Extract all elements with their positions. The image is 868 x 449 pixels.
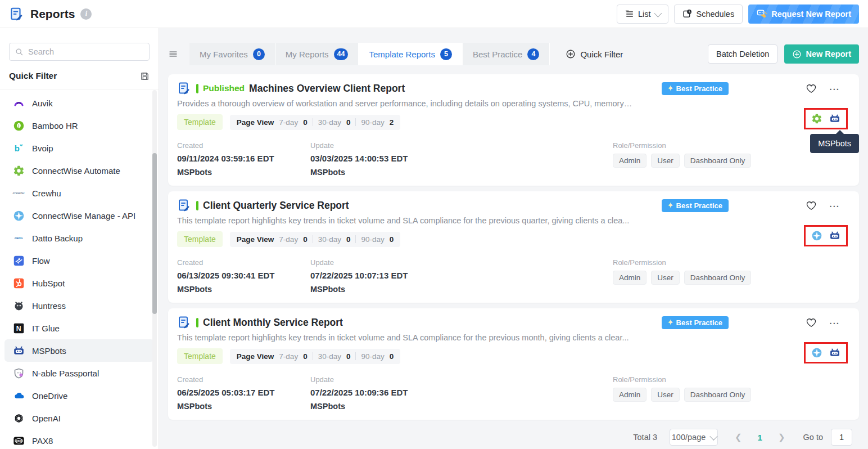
sidebar-item-datto-backup[interactable]: dattoDatto Backup [4,227,154,249]
sidebar-item-onedrive[interactable]: OneDrive [4,384,154,407]
page-view-period: 7-day [279,235,298,244]
tab-my-favorites[interactable]: My Favorites0 [189,43,275,65]
status-bar [196,318,198,327]
status-bar [196,84,198,93]
mspbots-icon[interactable] [829,230,840,241]
favorite-heart-button[interactable] [806,83,817,94]
info-icon[interactable]: i [80,8,92,20]
tab-label: Best Practice [473,50,522,59]
report-card: PublishedMachines Overview Client Report… [168,74,859,186]
quick-filter-add[interactable]: Quick Filter [566,49,623,59]
page-view-period: 90-day [361,352,384,361]
sidebar-scrollbar[interactable] [152,90,157,447]
tab-count-badge: 5 [440,48,452,60]
hamburger-icon[interactable] [168,49,178,59]
sidebar-item-label: OneDrive [32,391,67,401]
sidebar-item-n-able-passportal[interactable]: N-able Passportal [4,362,154,384]
tab-my-reports[interactable]: My Reports44 [275,43,359,65]
plus-circle-icon [566,49,576,59]
sidebar-item-label: N-able Passportal [32,369,99,378]
tab-best-practice[interactable]: Best Practice4 [463,43,550,65]
sidebar-item-hubspot[interactable]: HubSpot [4,272,154,294]
divider [355,352,356,360]
template-tag: Template [177,348,223,364]
mspbots-icon[interactable] [829,113,840,124]
role-permission-label: Role/Permission [613,258,848,267]
created-label: Created [177,375,310,384]
more-actions-button[interactable]: ... [829,82,840,95]
request-report-icon [756,9,767,19]
schedules-button[interactable]: Schedules [674,5,743,24]
page-size-select[interactable]: 100/page [670,429,718,446]
more-actions-button[interactable]: ... [829,316,840,329]
search-input[interactable] [28,47,143,56]
report-description: Provides a thorough overview of workstat… [177,99,848,108]
current-page[interactable]: 1 [754,433,766,442]
bamboo-hr-icon [13,120,25,132]
connectwise-manage-icon[interactable] [811,347,822,358]
favorite-heart-button[interactable] [806,317,817,328]
best-practice-badge: ✦Best Practice [662,199,729,212]
sidebar-item-it-glue[interactable]: NIT Glue [4,317,154,339]
favorite-heart-button[interactable] [806,200,817,211]
report-title[interactable]: Client Monthly Service Report [203,317,343,329]
page-view-period: 90-day [361,235,384,244]
save-filter-icon[interactable] [140,71,150,81]
connectwise-automate-icon[interactable] [811,113,822,124]
sidebar-item-pax8[interactable]: pax8PAX8 [4,429,154,449]
sidebar-item-label: MSPbots [32,346,66,356]
update-label: Update [310,141,613,150]
divider [313,118,313,126]
tab-template-reports[interactable]: Template Reports5 [359,43,463,65]
template-tag: Template [177,114,223,130]
list-view-dropdown[interactable]: List [617,5,669,24]
sidebar-item-openai[interactable]: OpenAI [4,407,154,429]
crewhu-icon: crewhu [12,191,24,195]
quick-filter-heading: Quick Filter [9,71,57,81]
new-report-button[interactable]: New Report [784,44,859,64]
sidebar-item-label: OpenAI [32,414,61,423]
sidebar-item-label: IT Glue [32,324,60,333]
sidebar-item-flow[interactable]: Flow [4,249,154,272]
integration-tooltip: MSPbots [810,134,859,153]
divider [355,118,356,126]
sidebar-item-label: Flow [32,256,50,266]
sidebar-item-label: Bamboo HR [32,121,78,131]
pagination-total: Total 3 [633,433,657,442]
list-icon [625,10,634,19]
request-new-report-button[interactable]: Request New Report [748,5,859,24]
sidebar-item-auvik[interactable]: Auvik [4,92,154,114]
report-card: Client Quarterly Service Report✦Best Pra… [168,191,859,303]
next-page-button[interactable]: ❯︎ [774,432,790,442]
pax8-icon: pax8 [12,434,25,447]
openai-icon [13,412,25,424]
chevron-down-icon [654,9,662,17]
divider [313,235,313,243]
sidebar-scrollbar-thumb[interactable] [152,153,157,314]
sidebar-item-crewhu[interactable]: crewhuCrewhu [4,182,154,204]
sidebar-item-bamboo-hr[interactable]: Bamboo HR [4,114,154,137]
more-actions-button[interactable]: ... [829,199,840,212]
tab-bar: My Favorites0My Reports44Template Report… [168,43,859,65]
report-title[interactable]: Client Quarterly Service Report [203,200,349,212]
schedules-label: Schedules [696,10,734,19]
sidebar-item-mspbots[interactable]: MSPbots [4,339,154,362]
sidebar-item-connectwise-automate[interactable]: ConnectWise Automate [4,159,154,182]
reports-app-icon [9,7,24,21]
sidebar-item-label: Bvoip [32,143,53,153]
sidebar-item-huntress[interactable]: Huntress [4,294,154,317]
connectwise-manage-icon[interactable] [811,230,822,241]
heart-icon [806,317,817,328]
search-box[interactable] [9,43,150,61]
batch-deletion-button[interactable]: Batch Deletion [708,44,777,64]
sidebar-item-bvoip[interactable]: b Bvoip [4,137,154,159]
report-title[interactable]: Machines Overview Client Report [249,83,405,95]
role-pill-dashboard-only: Dashboard Only [684,154,752,168]
sidebar-item-connectwise-manage-api[interactable]: ConnectWise Manage - API [4,204,154,227]
mspbots-icon[interactable] [829,347,840,358]
prev-page-button[interactable]: ❮︎ [730,432,747,442]
page-view-period: 30-day [318,235,341,244]
report-description: This template report highlights key tren… [177,333,848,342]
report-card: Client Monthly Service Report✦Best Pract… [168,308,859,420]
goto-page-input[interactable] [831,429,852,446]
